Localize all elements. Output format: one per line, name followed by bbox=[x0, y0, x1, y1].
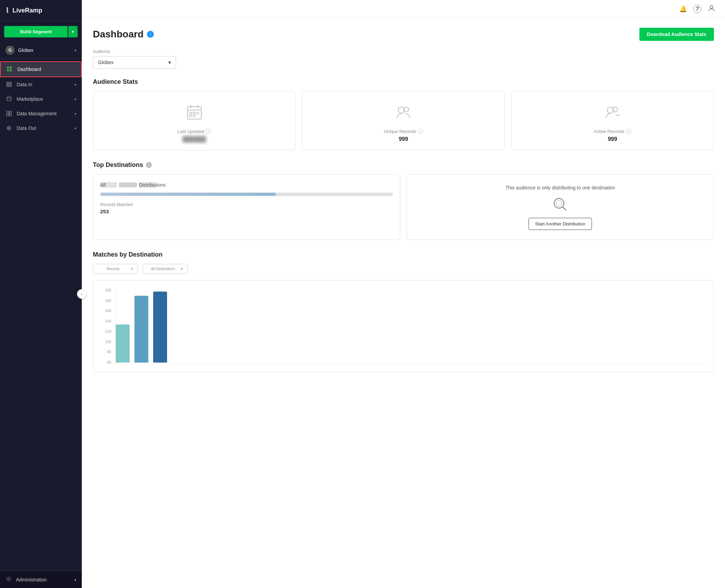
bar-3 bbox=[153, 292, 167, 363]
svg-rect-2 bbox=[7, 69, 9, 71]
sidebar-item-data-management[interactable]: Data Management ▾ bbox=[0, 106, 82, 121]
sidebar-item-data-out[interactable]: Data Out ▾ bbox=[0, 121, 82, 135]
records-matched-value: 253 bbox=[100, 208, 393, 214]
top-destinations-info-icon[interactable]: i bbox=[146, 162, 152, 168]
build-segment-dropdown-button[interactable]: ▾ bbox=[68, 26, 78, 37]
y-label-80: 80 bbox=[107, 350, 111, 354]
last-updated-value: ██████ bbox=[183, 136, 206, 142]
unique-records-card: Unique Records i 999 bbox=[302, 91, 505, 150]
sidebar: ⌇ LiveRamp Build Segment ▾ G Globex ▾ Da… bbox=[0, 0, 82, 588]
dashboard-info-icon[interactable]: i bbox=[147, 31, 154, 38]
destinations-filter-dropdown[interactable]: All Destinations ▾ bbox=[143, 264, 188, 274]
page-title-area: Dashboard i bbox=[93, 29, 154, 40]
user-profile-icon[interactable] bbox=[708, 4, 715, 14]
administration-icon bbox=[6, 576, 12, 583]
y-label-100: 100 bbox=[105, 340, 111, 344]
one-destination-card: This audience is only distributing to on… bbox=[407, 174, 714, 240]
data-management-icon bbox=[6, 110, 12, 117]
audience-label: Audience bbox=[93, 49, 714, 54]
svg-rect-1 bbox=[10, 66, 12, 69]
unique-records-label: Unique Records i bbox=[384, 129, 423, 134]
one-destination-text: This audience is only distributing to on… bbox=[505, 184, 615, 191]
org-chevron-icon: ▾ bbox=[75, 48, 76, 52]
sidebar-item-label-data-in: Data In bbox=[17, 82, 32, 87]
data-out-icon bbox=[6, 125, 12, 132]
unique-records-icon bbox=[392, 101, 414, 123]
unique-records-info-icon[interactable]: i bbox=[418, 129, 423, 134]
last-updated-card: Last Updated i ██████ bbox=[93, 91, 296, 150]
audience-selector-area: Audience Globex ▾ bbox=[93, 49, 714, 69]
sidebar-item-label-data-out: Data Out bbox=[17, 125, 36, 131]
svg-rect-16 bbox=[190, 112, 192, 114]
records-filter-label: Records bbox=[107, 267, 120, 271]
distribution-count-badge bbox=[119, 182, 137, 187]
svg-rect-9 bbox=[7, 114, 9, 116]
chart-container: 200 180 160 140 120 100 80 60 bbox=[100, 288, 707, 364]
active-records-info-icon[interactable]: i bbox=[626, 129, 631, 134]
matches-section-title: Matches by Destination bbox=[93, 251, 714, 258]
matches-filters: Records ▾ All Destinations ▾ bbox=[93, 264, 714, 274]
bar-3-group bbox=[153, 292, 167, 363]
svg-rect-7 bbox=[7, 111, 9, 113]
records-matched-label: Records Matched bbox=[100, 202, 393, 207]
records-filter-dropdown[interactable]: Records ▾ bbox=[93, 264, 138, 274]
sidebar-item-dashboard[interactable]: Dashboard bbox=[0, 61, 82, 77]
logo-area: ⌇ LiveRamp bbox=[0, 0, 82, 21]
svg-rect-5 bbox=[7, 84, 11, 85]
liveramp-logo-icon: ⌇ bbox=[6, 6, 9, 15]
nav-items: Dashboard Data In ▾ Marketplace ▾ bbox=[0, 59, 82, 571]
active-records-card: Active Records i 999 bbox=[511, 91, 714, 150]
main-content: 🔔 ? Dashboard i Download Audience Stats … bbox=[82, 0, 725, 588]
y-label-120: 120 bbox=[105, 329, 111, 333]
y-label-160: 160 bbox=[105, 309, 111, 313]
bar-2-group bbox=[134, 296, 148, 363]
svg-rect-18 bbox=[196, 112, 199, 114]
audience-select-value: Globex bbox=[98, 60, 113, 65]
svg-rect-4 bbox=[7, 82, 11, 83]
data-out-chevron-icon: ▾ bbox=[75, 126, 76, 130]
distributions-card-title: All Distributions bbox=[100, 182, 393, 188]
svg-rect-8 bbox=[9, 111, 11, 113]
top-destinations-section-title: Top Destinations i bbox=[93, 161, 714, 169]
y-label-60: 60 bbox=[107, 360, 111, 364]
svg-point-13 bbox=[8, 578, 10, 580]
help-icon[interactable]: ? bbox=[693, 5, 701, 13]
data-in-chevron-icon: ▾ bbox=[75, 83, 76, 87]
download-audience-stats-button[interactable]: Download Audience Stats bbox=[639, 28, 714, 41]
matches-chart-area: 200 180 160 140 120 100 80 60 bbox=[93, 280, 714, 372]
svg-point-12 bbox=[8, 127, 10, 129]
distribution-bar-fill bbox=[100, 193, 276, 196]
audience-select-chevron-icon: ▾ bbox=[168, 60, 171, 65]
marketplace-icon bbox=[6, 96, 12, 103]
sidebar-item-label-data-management: Data Management bbox=[17, 111, 56, 116]
chart-y-axis: 200 180 160 140 120 100 80 60 bbox=[100, 288, 113, 364]
build-segment-button[interactable]: Build Segment bbox=[4, 26, 68, 37]
svg-point-27 bbox=[556, 201, 562, 206]
sidebar-item-data-in[interactable]: Data In ▾ bbox=[0, 77, 82, 92]
administration-chevron-icon: ▴ bbox=[75, 578, 76, 581]
sidebar-item-marketplace[interactable]: Marketplace ▾ bbox=[0, 92, 82, 106]
last-updated-label: Last Updated i bbox=[177, 129, 211, 134]
svg-point-11 bbox=[7, 126, 11, 130]
audience-select-dropdown[interactable]: Globex ▾ bbox=[93, 56, 176, 69]
notification-bell-icon[interactable]: 🔔 bbox=[679, 5, 687, 13]
chart-bars bbox=[115, 288, 707, 364]
start-another-distribution-button[interactable]: Start Another Distribution bbox=[529, 218, 592, 230]
page-content: Dashboard i Download Audience Stats Audi… bbox=[82, 18, 725, 588]
destinations-filter-chevron-icon: ▾ bbox=[181, 267, 183, 271]
matches-by-destination-section: Matches by Destination Records ▾ All Des… bbox=[93, 251, 714, 372]
page-header: Dashboard i Download Audience Stats bbox=[93, 28, 714, 41]
page-title: Dashboard bbox=[93, 29, 143, 40]
org-avatar: G bbox=[6, 46, 15, 55]
sidebar-collapse-button[interactable]: ‹ bbox=[77, 289, 87, 299]
build-segment-area: Build Segment ▾ bbox=[0, 21, 82, 42]
administration-item[interactable]: Administration ▴ bbox=[0, 571, 82, 588]
active-records-value: 999 bbox=[608, 136, 617, 142]
last-updated-info-icon[interactable]: i bbox=[206, 129, 211, 134]
org-selector[interactable]: G Globex ▾ bbox=[0, 42, 82, 59]
svg-rect-20 bbox=[193, 115, 195, 117]
svg-rect-3 bbox=[10, 69, 12, 71]
audience-stats-section-title: Audience Stats bbox=[93, 78, 714, 86]
svg-rect-10 bbox=[9, 114, 11, 116]
logo-text: LiveRamp bbox=[12, 7, 42, 14]
